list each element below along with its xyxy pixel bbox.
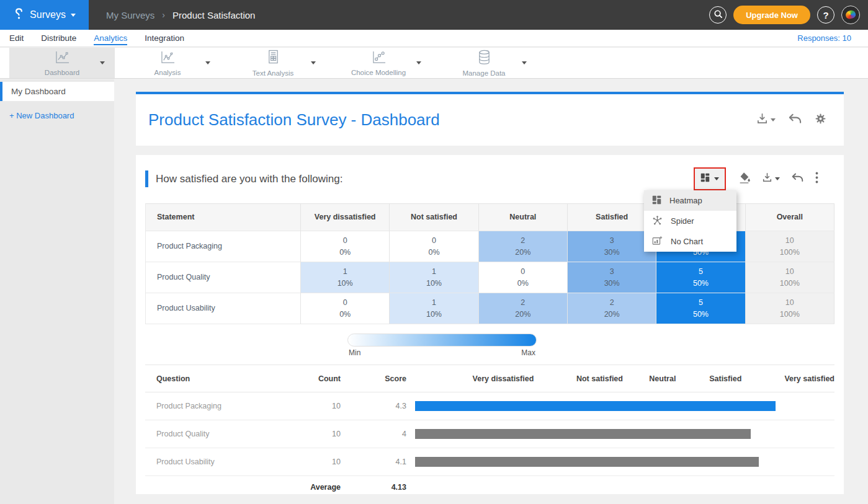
undo-button[interactable]	[789, 113, 802, 126]
chevron-down-icon[interactable]	[416, 61, 421, 64]
responses-count[interactable]: Responses: 10	[797, 33, 851, 43]
ribbon-item-analysis[interactable]: Analysis	[115, 48, 220, 78]
score-row-score: 4.3	[341, 402, 406, 410]
score-row-product-quality: Product Quality 10 4	[145, 420, 834, 448]
heatmap-cell: 00%	[301, 231, 390, 262]
score-bar	[415, 457, 759, 467]
question-title: How satisfied are you with the following…	[156, 173, 342, 185]
heatmap-cell: 110%	[390, 293, 478, 324]
kebab-menu-icon	[815, 172, 818, 186]
score-row-count: 10	[298, 430, 341, 438]
heatmap-icon	[652, 195, 661, 206]
title-actions	[757, 113, 826, 127]
dashboard-sidebar: My Dashboard + New Dashboard	[0, 79, 114, 504]
chevron-down-icon	[771, 118, 776, 122]
heatmap-cell: 550%	[656, 293, 745, 324]
main-nav-tabs: Edit Distribute Analytics Integration Re…	[0, 30, 868, 47]
proprofs-logo-icon	[13, 6, 25, 24]
database-icon	[477, 50, 491, 68]
chevron-down-icon	[714, 177, 719, 180]
ribbon-item-manage-data[interactable]: Manage Data	[431, 48, 537, 78]
score-row-label: Product Packaging	[145, 402, 298, 410]
ribbon-item-dashboard[interactable]: Dashboard	[9, 48, 115, 78]
menu-item-spider[interactable]: Spider	[644, 211, 736, 231]
question-panel: How satisfied are you with the following…	[136, 155, 844, 494]
question-mark-icon: ?	[823, 10, 828, 20]
menu-item-label: No Chart	[671, 237, 703, 246]
ribbon-item-choice-modelling[interactable]: Choice Modelling	[326, 48, 431, 78]
avatar[interactable]	[841, 6, 860, 24]
fill-color-button[interactable]	[738, 171, 751, 187]
no-chart-icon	[652, 236, 663, 248]
score-row-count: 10	[298, 402, 341, 410]
heatmap-row-product-usability: Product Usability 00% 110% 220% 220% 550…	[145, 293, 834, 324]
sidebar-item-my-dashboard[interactable]: My Dashboard	[0, 82, 114, 101]
score-bar	[415, 429, 751, 439]
breadcrumb-my-surveys[interactable]: My Surveys	[106, 10, 154, 20]
tab-integration[interactable]: Integration	[136, 33, 193, 43]
heatmap-gradient-scale	[347, 334, 537, 347]
download-dashboard-button[interactable]	[757, 113, 776, 126]
paint-bucket-icon	[738, 171, 751, 187]
dashboard-chart-icon	[54, 50, 71, 67]
help-button[interactable]: ?	[817, 6, 834, 24]
settings-button[interactable]	[815, 113, 826, 127]
chart-type-button[interactable]	[694, 167, 726, 190]
heatmap-col-overall: Overall	[746, 203, 834, 231]
score-bar	[415, 401, 776, 411]
more-options-button[interactable]	[815, 172, 818, 186]
score-row-label: Product Usability	[145, 458, 298, 466]
upgrade-now-button[interactable]: Upgrade Now	[733, 6, 810, 24]
tab-analytics[interactable]: Analytics	[85, 33, 136, 43]
chevron-down-icon	[775, 177, 780, 180]
gear-icon	[815, 113, 826, 127]
heatmap-cell-overall: 10100%	[746, 231, 834, 262]
heatmap-cell: 110%	[301, 262, 390, 293]
download-icon	[757, 113, 767, 126]
ribbon-label: Choice Modelling	[351, 69, 406, 76]
heatmap-col-not-satisfied: Not satisfied	[390, 203, 478, 231]
ribbon-label: Analysis	[154, 69, 181, 76]
breadcrumb: My Surveys › Product Satisfaction	[106, 10, 255, 20]
heatmap-cell: 550%	[656, 262, 745, 293]
app-logo[interactable]: Surveys	[0, 0, 89, 30]
score-table-header: Question Count Score Very dissatisfied N…	[145, 365, 834, 392]
download-chart-button[interactable]	[763, 173, 780, 185]
score-row-label: Product Quality	[145, 430, 298, 438]
scale-not-satisfied: Not satisfied	[576, 374, 623, 383]
ribbon-label: Dashboard	[45, 69, 79, 76]
breadcrumb-current-survey: Product Satisfaction	[172, 10, 255, 20]
heatmap-col-very-dissatisfied: Very dissatisfied	[301, 203, 390, 231]
score-row-count: 10	[298, 458, 341, 466]
ribbon-item-text-analysis[interactable]: Text Analysis	[220, 48, 326, 78]
text-analysis-icon	[266, 50, 280, 68]
choice-modelling-icon	[371, 50, 387, 67]
score-row-score: 4.1	[341, 458, 406, 466]
heatmap-cell-overall: 10100%	[746, 293, 834, 324]
chevron-down-icon[interactable]	[311, 61, 316, 64]
heatmap-cell: 220%	[479, 293, 568, 324]
menu-item-no-chart[interactable]: No Chart	[644, 231, 736, 252]
heatmap-cell: 220%	[568, 293, 656, 324]
heatmap-grid-icon	[700, 173, 710, 185]
search-button[interactable]	[709, 6, 727, 24]
undo-chart-button[interactable]	[792, 173, 803, 185]
chevron-down-icon[interactable]	[205, 61, 210, 64]
new-dashboard-button[interactable]: + New Dashboard	[0, 111, 114, 120]
heatmap-cell-overall: 10100%	[746, 262, 834, 293]
chevron-down-icon[interactable]	[522, 61, 527, 64]
score-average-row: Average 4.13	[145, 476, 834, 498]
score-table: Question Count Score Very dissatisfied N…	[145, 365, 834, 498]
chevron-down-icon[interactable]	[100, 61, 105, 64]
heatmap-cell: 00%	[479, 262, 568, 293]
page-title: Product Satisfaction Survey - Dashboard	[148, 110, 440, 130]
scale-neutral: Neutral	[649, 374, 676, 383]
heatmap-row-label: Product Usability	[145, 293, 301, 324]
tab-distribute[interactable]: Distribute	[32, 33, 85, 43]
breadcrumb-separator: ›	[162, 10, 165, 20]
menu-item-heatmap[interactable]: Heatmap	[644, 190, 736, 211]
spider-icon	[652, 215, 663, 228]
question-panel-header: How satisfied are you with the following…	[136, 155, 844, 190]
menu-item-label: Spider	[671, 216, 694, 226]
tab-edit[interactable]: Edit	[9, 33, 32, 43]
